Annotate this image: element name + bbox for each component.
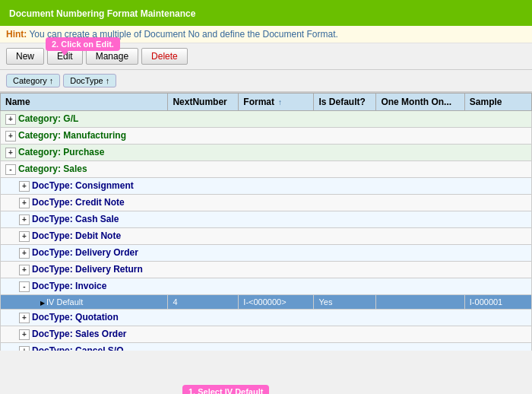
category-name: Category: Purchase (18, 147, 104, 157)
main-table: Name NextNumber Format ↑ Is Default? One… (0, 93, 532, 351)
delete-button[interactable]: Delete (141, 48, 188, 65)
col-header-sample: Sample (464, 94, 531, 111)
table-row[interactable]: +DocType: Debit Note (1, 228, 532, 245)
cell-format: I-<000000> (239, 295, 314, 310)
new-button[interactable]: New (6, 48, 44, 65)
doctype-name: DocType: Cancel S/O (32, 345, 123, 351)
table-row[interactable]: +DocType: Quotation (1, 310, 532, 326)
cell-onemonth (376, 295, 464, 310)
doctype-name: DocType: Consignment (32, 180, 134, 191)
table-row[interactable]: +DocType: Consignment (1, 178, 532, 195)
doctype-name: DocType: Delivery Return (32, 264, 143, 275)
doctype-name: DocType: Invoice (32, 281, 106, 291)
expand-icon[interactable]: + (19, 214, 30, 225)
table-row[interactable]: -DocType: Invoice (1, 278, 532, 295)
col-header-nextnumber: NextNumber (168, 94, 239, 111)
table-row[interactable]: IV Default4I-<000000>YesI-000001 (1, 295, 532, 310)
expand-icon[interactable]: + (19, 231, 30, 242)
table-row[interactable]: +Category: G/L (1, 111, 532, 128)
doctype-name: DocType: Debit Note (32, 230, 121, 241)
expand-icon[interactable]: + (19, 313, 30, 323)
table-row[interactable]: +DocType: Cancel S/O (1, 343, 532, 351)
doctype-name: DocType: Quotation (32, 312, 119, 323)
expand-icon[interactable]: + (19, 248, 30, 259)
col-header-isdefault: Is Default? (314, 94, 376, 111)
page-title: Document Numbering Format Maintenance (9, 8, 195, 19)
cell-sample: I-000001 (464, 295, 531, 310)
col-header-onemonth: One Month On... (376, 94, 464, 111)
cell-isdefault: Yes (314, 295, 376, 310)
expand-icon[interactable]: - (5, 164, 16, 175)
cell-name: IV Default (1, 295, 168, 310)
expand-icon[interactable]: + (5, 148, 16, 158)
table-row[interactable]: +DocType: Sales Order (1, 326, 532, 343)
expand-icon[interactable]: + (19, 329, 30, 340)
table-row[interactable]: +Category: Purchase (1, 145, 532, 161)
table-row[interactable]: +DocType: Cash Sale (1, 211, 532, 228)
table-row[interactable]: +DocType: Credit Note (1, 195, 532, 211)
table-row[interactable]: +DocType: Delivery Return (1, 262, 532, 278)
expand-icon[interactable]: + (5, 114, 16, 125)
table-container: Name NextNumber Format ↑ Is Default? One… (0, 92, 532, 351)
doctype-name: DocType: Credit Note (32, 197, 125, 208)
header: Document Numbering Format Maintenance (0, 0, 532, 26)
expand-icon[interactable]: + (19, 265, 30, 275)
doctype-name: DocType: Sales Order (32, 329, 127, 339)
toolbar: 2. Click on Edit. New Edit Manage Delete (0, 43, 532, 70)
cell-nextnumber: 4 (168, 295, 239, 310)
table-row[interactable]: +DocType: Delivery Order (1, 245, 532, 262)
category-name: Category: Manufacturing (18, 130, 126, 141)
expand-icon[interactable]: + (19, 181, 30, 192)
category-name: Category: G/L (18, 113, 78, 124)
table-body: +Category: G/L+Category: Manufacturing+C… (1, 111, 532, 351)
format-sort-arrow: ↑ (278, 98, 282, 106)
callout-edit: 2. Click on Edit. (46, 37, 120, 51)
table-row[interactable]: +Category: Manufacturing (1, 128, 532, 145)
expand-icon[interactable]: + (5, 131, 16, 141)
col-header-name: Name (1, 94, 168, 111)
col-header-format: Format ↑ (239, 94, 314, 111)
hint-label: Hint: (6, 29, 27, 40)
expand-icon[interactable]: + (19, 198, 30, 208)
doctype-name: DocType: Delivery Order (32, 247, 138, 258)
group-doctype[interactable]: DocType ↑ (63, 74, 116, 87)
group-category[interactable]: Category ↑ (6, 74, 60, 87)
expand-icon[interactable]: - (19, 281, 30, 292)
table-header-row: Name NextNumber Format ↑ Is Default? One… (1, 94, 532, 111)
table-row[interactable]: -Category: Sales (1, 161, 532, 178)
group-bar: Category ↑ DocType ↑ (0, 70, 532, 92)
callout-select: 1. Select IV Default (182, 385, 269, 394)
category-name: Category: Sales (18, 164, 87, 174)
doctype-name: DocType: Cash Sale (32, 214, 119, 224)
expand-icon[interactable]: + (19, 346, 30, 351)
